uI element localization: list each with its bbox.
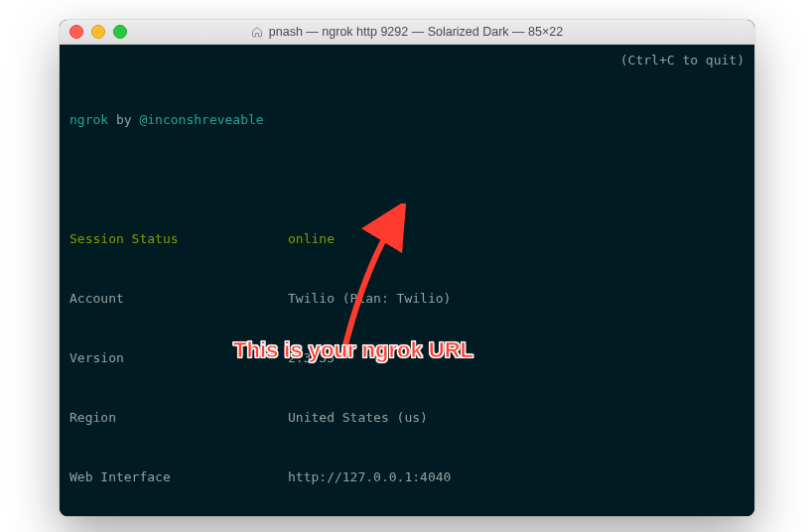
web-interface-label: Web Interface xyxy=(69,467,288,487)
titlebar[interactable]: pnash — ngrok http 9292 — Solarized Dark… xyxy=(60,20,754,45)
session-status-value: online xyxy=(288,229,335,249)
terminal-body[interactable]: (Ctrl+C to quit) ngrok by @inconshreveab… xyxy=(60,45,754,516)
minimize-icon[interactable] xyxy=(91,25,105,39)
terminal-window: pnash — ngrok http 9292 — Solarized Dark… xyxy=(60,20,754,516)
web-interface-row: Web Interfacehttp://127.0.0.1:4040 xyxy=(69,467,744,487)
session-status-row: Session Statusonline xyxy=(69,229,744,249)
version-row: Version2.3.35 xyxy=(69,348,744,368)
session-status-label: Session Status xyxy=(69,229,288,249)
by-text: by xyxy=(108,112,139,127)
header-line: ngrok by @inconshreveable xyxy=(69,110,744,130)
account-label: Account xyxy=(69,289,288,309)
author-handle: @inconshreveable xyxy=(139,112,263,127)
region-label: Region xyxy=(69,408,288,428)
app-name: ngrok xyxy=(69,112,108,127)
home-icon xyxy=(251,26,263,38)
account-value: Twilio (Plan: Twilio) xyxy=(288,289,451,309)
version-label: Version xyxy=(69,348,288,368)
window-controls xyxy=(60,25,127,39)
quit-hint: (Ctrl+C to quit) xyxy=(620,51,744,70)
window-title: pnash — ngrok http 9292 — Solarized Dark… xyxy=(60,25,754,39)
close-icon[interactable] xyxy=(69,25,83,39)
web-interface-value: http://127.0.0.1:4040 xyxy=(288,467,451,487)
region-row: RegionUnited States (us) xyxy=(69,408,744,428)
version-value: 2.3.35 xyxy=(288,348,335,368)
maximize-icon[interactable] xyxy=(113,25,127,39)
account-row: AccountTwilio (Plan: Twilio) xyxy=(69,289,744,309)
region-value: United States (us) xyxy=(288,408,428,428)
window-title-text: pnash — ngrok http 9292 — Solarized Dark… xyxy=(269,25,563,39)
